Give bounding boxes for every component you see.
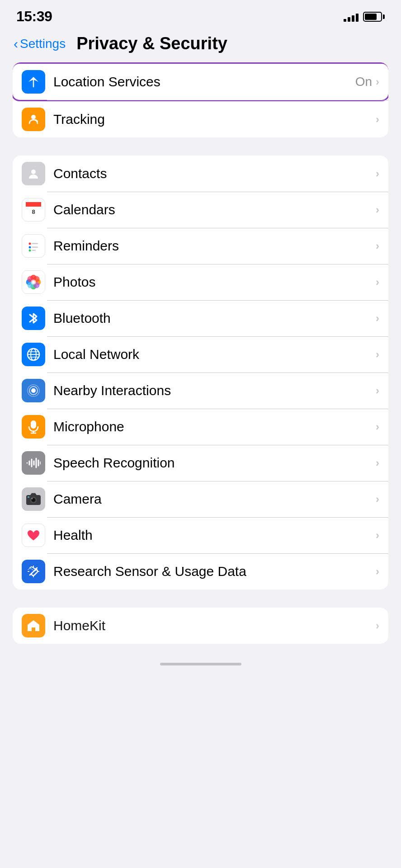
svg-point-48 xyxy=(32,498,33,499)
svg-point-10 xyxy=(29,243,31,245)
local-network-label: Local Network xyxy=(53,347,376,362)
location-services-value: On xyxy=(355,75,372,89)
microphone-label: Microphone xyxy=(53,419,376,434)
contacts-label: Contacts xyxy=(53,166,376,181)
svg-point-12 xyxy=(29,246,31,249)
tracking-label: Tracking xyxy=(53,112,376,127)
contacts-item[interactable]: Contacts › xyxy=(13,156,388,192)
bluetooth-chevron: › xyxy=(376,312,379,325)
photos-chevron: › xyxy=(376,276,379,288)
speech-recognition-label: Speech Recognition xyxy=(53,455,376,471)
homekit-chevron: › xyxy=(376,619,379,632)
svg-point-3 xyxy=(31,170,36,174)
svg-point-31 xyxy=(31,388,36,393)
tracking-item[interactable]: Tracking › xyxy=(13,101,388,137)
svg-point-1 xyxy=(36,120,38,122)
health-icon xyxy=(22,524,45,547)
svg-point-25 xyxy=(31,279,36,285)
research-sensor-icon xyxy=(22,560,45,583)
bluetooth-label: Bluetooth xyxy=(53,311,376,326)
photos-item[interactable]: Photos › xyxy=(13,264,388,300)
calendars-chevron: › xyxy=(376,203,379,216)
calendars-icon: 8 xyxy=(22,198,45,222)
calendars-item[interactable]: 8 Calendars › xyxy=(13,192,388,228)
nearby-interactions-item[interactable]: Nearby Interactions › xyxy=(13,373,388,409)
nav-header: ‹ Settings Privacy & Security xyxy=(0,29,401,62)
speech-recognition-item[interactable]: Speech Recognition › xyxy=(13,445,388,481)
main-section: Contacts › 8 Calendars › xyxy=(13,156,388,590)
homekit-icon xyxy=(22,614,45,637)
status-icons xyxy=(344,12,385,22)
status-time: 15:39 xyxy=(16,8,52,25)
health-chevron: › xyxy=(376,529,379,542)
top-section: Location Services On › Tracking › xyxy=(13,62,388,137)
home-indicator xyxy=(160,663,241,665)
local-network-icon xyxy=(22,343,45,366)
bluetooth-icon xyxy=(22,307,45,330)
nearby-interactions-chevron: › xyxy=(376,384,379,397)
photos-icon xyxy=(22,270,45,294)
location-services-label: Location Services xyxy=(53,74,355,90)
back-chevron-icon: ‹ xyxy=(14,36,18,52)
svg-rect-11 xyxy=(32,243,38,245)
tracking-icon xyxy=(22,108,45,131)
page-title: Privacy & Security xyxy=(76,34,227,53)
research-sensor-label: Research Sensor & Usage Data xyxy=(53,564,376,579)
photos-label: Photos xyxy=(53,274,376,290)
svg-rect-7 xyxy=(26,204,41,207)
back-button[interactable]: ‹ Settings xyxy=(14,36,66,52)
back-label[interactable]: Settings xyxy=(20,37,66,51)
nearby-interactions-label: Nearby Interactions xyxy=(53,383,376,398)
microphone-icon xyxy=(22,415,45,439)
homekit-label: HomeKit xyxy=(53,618,376,633)
battery-icon xyxy=(363,12,385,22)
nearby-interactions-icon xyxy=(22,379,45,402)
svg-point-47 xyxy=(32,499,35,501)
health-item[interactable]: Health › xyxy=(13,517,388,553)
location-services-chevron: › xyxy=(376,75,379,88)
svg-rect-9 xyxy=(26,238,41,254)
bottom-section: HomeKit › xyxy=(13,608,388,644)
camera-chevron: › xyxy=(376,493,379,505)
contacts-icon xyxy=(22,162,45,185)
reminders-chevron: › xyxy=(376,240,379,252)
location-services-icon xyxy=(22,70,45,94)
microphone-item[interactable]: Microphone › xyxy=(13,409,388,445)
camera-item[interactable]: Camera › xyxy=(13,481,388,517)
home-indicator-area xyxy=(13,644,388,671)
svg-rect-15 xyxy=(32,250,36,251)
location-services-item[interactable]: Location Services On › xyxy=(13,62,388,101)
camera-icon xyxy=(22,487,45,511)
speech-recognition-icon xyxy=(22,451,45,475)
local-network-chevron: › xyxy=(376,348,379,361)
local-network-item[interactable]: Local Network › xyxy=(13,336,388,373)
reminders-item[interactable]: Reminders › xyxy=(13,228,388,264)
reminders-label: Reminders xyxy=(53,238,376,254)
svg-point-0 xyxy=(31,115,36,119)
speech-recognition-chevron: › xyxy=(376,457,379,469)
content: Location Services On › Tracking › xyxy=(0,62,401,671)
status-bar: 15:39 xyxy=(0,0,401,29)
research-sensor-chevron: › xyxy=(376,565,379,578)
health-label: Health xyxy=(53,528,376,543)
svg-text:8: 8 xyxy=(32,208,35,215)
camera-label: Camera xyxy=(53,491,376,507)
svg-rect-13 xyxy=(32,247,38,248)
research-sensor-item[interactable]: Research Sensor & Usage Data › xyxy=(13,553,388,590)
reminders-icon xyxy=(22,234,45,258)
homekit-item[interactable]: HomeKit › xyxy=(13,608,388,644)
calendars-label: Calendars xyxy=(53,202,376,217)
tracking-chevron: › xyxy=(376,113,379,126)
microphone-chevron: › xyxy=(376,420,379,433)
svg-point-14 xyxy=(29,250,31,252)
svg-rect-49 xyxy=(28,496,29,498)
svg-rect-34 xyxy=(31,420,36,429)
bluetooth-item[interactable]: Bluetooth › xyxy=(13,300,388,336)
signal-icon xyxy=(344,12,359,22)
contacts-chevron: › xyxy=(376,167,379,180)
